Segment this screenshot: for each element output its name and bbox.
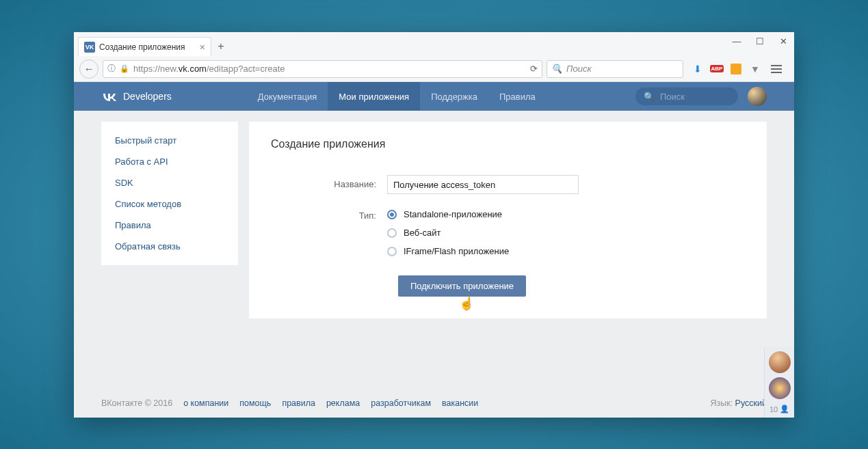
radio-icon: [387, 210, 397, 219]
search-icon: 🔍: [644, 92, 655, 102]
toolbar-icons: ⬇ ABP ▼: [687, 62, 789, 76]
footer-link-jobs[interactable]: вакансии: [442, 398, 478, 408]
friends-panel: 10 👤: [764, 347, 794, 418]
info-icon[interactable]: ⓘ: [107, 63, 116, 74]
minimize-button[interactable]: —: [731, 36, 742, 46]
sidebar-item-quickstart[interactable]: Быстрый старт: [101, 130, 238, 151]
abp-icon[interactable]: ABP: [711, 63, 723, 75]
sidebar-item-sdk[interactable]: SDK: [101, 172, 238, 193]
lock-icon: 🔒: [120, 64, 129, 73]
nav-documentation[interactable]: Документация: [247, 82, 328, 111]
type-radio-group: Standalone-приложение Веб-сайт IFrame/Fl…: [387, 206, 745, 256]
sidebar-item-feedback[interactable]: Обратная связь: [101, 236, 238, 257]
menu-icon[interactable]: [768, 62, 785, 76]
nav-my-apps[interactable]: Мои приложения: [328, 82, 420, 111]
new-tab-button[interactable]: +: [211, 37, 231, 56]
tab-strip: VK Создание приложения × + — ☐ ✕: [74, 32, 794, 56]
nav-rules[interactable]: Правила: [488, 82, 547, 111]
url-input[interactable]: ⓘ 🔒 https://new.vk.com/editapp?act=creat…: [103, 60, 542, 78]
radio-iframe[interactable]: IFrame/Flash приложение: [387, 246, 745, 256]
search-icon: 🔍: [551, 64, 562, 74]
radio-icon: [387, 228, 397, 238]
download-icon[interactable]: ⬇: [692, 63, 704, 75]
footer-link-help[interactable]: помощь: [239, 398, 271, 408]
friend-avatar[interactable]: [769, 351, 791, 373]
person-icon: 👤: [780, 405, 789, 413]
connect-app-button[interactable]: Подключить приложение: [398, 275, 526, 297]
vk-logo-text: Developers: [123, 91, 172, 102]
sidebar-item-methods[interactable]: Список методов: [101, 193, 238, 215]
sidebar: Быстрый старт Работа с API SDK Список ме…: [101, 122, 238, 265]
sidebar-item-rules[interactable]: Правила: [101, 215, 238, 236]
vk-footer: ВКонтакте © 2016 о компании помощь прави…: [74, 389, 794, 418]
sidebar-item-api[interactable]: Работа с API: [101, 151, 238, 172]
close-tab-icon[interactable]: ×: [200, 42, 205, 53]
footer-copyright: ВКонтакте © 2016: [101, 398, 172, 408]
vk-logo-icon: [101, 92, 118, 101]
vk-header: Developers Документация Мои приложения П…: [74, 82, 794, 111]
form-row-type: Тип: Standalone-приложение Веб-сайт: [271, 206, 745, 256]
name-label: Название:: [271, 175, 387, 189]
name-input[interactable]: [387, 175, 579, 194]
footer-lang: Язык: Русский: [710, 398, 767, 408]
main-panel: Создание приложения Название: Тип: Stand…: [249, 122, 767, 318]
radio-standalone[interactable]: Standalone-приложение: [387, 209, 745, 219]
nav-support[interactable]: Поддержка: [420, 82, 488, 111]
browser-window: VK Создание приложения × + — ☐ ✕ ← ⓘ 🔒 h…: [74, 32, 794, 418]
panel-title: Создание приложения: [271, 138, 745, 150]
browser-search-input[interactable]: 🔍 Поиск: [547, 60, 683, 78]
reload-icon[interactable]: ⟳: [530, 64, 538, 74]
footer-links: о компании помощь правила реклама разраб…: [183, 398, 478, 408]
footer-link-devs[interactable]: разработчикам: [371, 398, 431, 408]
vk-content: Быстрый старт Работа с API SDK Список ме…: [74, 111, 794, 389]
submit-row: Подключить приложение ☝: [271, 275, 745, 297]
footer-link-ads[interactable]: реклама: [326, 398, 360, 408]
maximize-button[interactable]: ☐: [754, 36, 765, 46]
vk-favicon: VK: [84, 42, 95, 53]
user-avatar[interactable]: [748, 87, 767, 106]
window-controls: — ☐ ✕: [731, 36, 789, 46]
friends-online-count[interactable]: 10 👤: [770, 405, 789, 413]
form-row-name: Название:: [271, 175, 745, 194]
extension-icon[interactable]: [730, 63, 742, 75]
url-domain: vk.com: [179, 64, 207, 74]
address-bar: ← ⓘ 🔒 https://new.vk.com/editapp?act=cre…: [74, 56, 794, 82]
browser-tab[interactable]: VK Создание приложения ×: [78, 37, 211, 56]
friend-avatar[interactable]: [769, 377, 791, 399]
footer-lang-link[interactable]: Русский: [735, 398, 767, 408]
url-path: /editapp?act=create: [207, 64, 285, 74]
vk-nav: Документация Мои приложения Поддержка Пр…: [247, 82, 547, 111]
radio-website[interactable]: Веб-сайт: [387, 228, 745, 238]
close-window-button[interactable]: ✕: [778, 36, 789, 46]
radio-icon: [387, 247, 397, 256]
cursor-icon: ☝: [459, 296, 474, 311]
footer-link-about[interactable]: о компании: [183, 398, 228, 408]
tab-title: Создание приложения: [99, 42, 185, 52]
footer-link-rules[interactable]: правила: [282, 398, 315, 408]
url-protocol: https://: [133, 64, 160, 74]
type-label: Тип:: [271, 206, 387, 221]
vk-logo[interactable]: Developers: [101, 91, 172, 102]
extension-dropdown-icon[interactable]: ▼: [749, 63, 761, 75]
back-button[interactable]: ←: [79, 59, 98, 79]
vk-search-input[interactable]: 🔍 Поиск: [635, 87, 738, 105]
vk-body: Быстрый старт Работа с API SDK Список ме…: [74, 111, 794, 418]
